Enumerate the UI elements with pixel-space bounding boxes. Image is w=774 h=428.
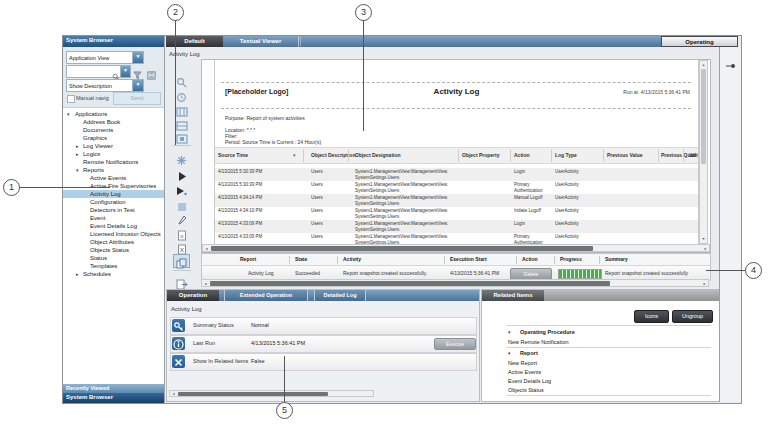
- related-item[interactable]: New Remote Notification: [508, 338, 569, 346]
- tree-item[interactable]: Object Attributes: [63, 238, 164, 246]
- search-input-field[interactable]: [68, 67, 112, 75]
- tree-item[interactable]: Templates: [63, 262, 164, 270]
- page-layout-icon-3[interactable]: [174, 130, 189, 142]
- scrollbar-thumb[interactable]: [701, 69, 706, 164]
- tree-item-reports[interactable]: ▾Reports: [63, 166, 164, 174]
- chevron-down-icon[interactable]: ▼: [132, 52, 143, 63]
- scrollbar-thumb[interactable]: [211, 246, 593, 251]
- col-action[interactable]: Action: [514, 152, 530, 158]
- expander-down-icon[interactable]: ▾: [67, 110, 70, 118]
- scrollbar-thumb[interactable]: [210, 281, 610, 286]
- related-group-operating-procedure[interactable]: Operating Procedure: [520, 328, 575, 336]
- col-log-type[interactable]: Log Type: [555, 152, 577, 158]
- exec-col-execution-start[interactable]: Execution Start: [450, 256, 487, 262]
- view-selector-dropdown[interactable]: Application View ▼: [66, 51, 144, 64]
- export-excel-icon[interactable]: [174, 241, 189, 253]
- scroll-down-icon[interactable]: ▾: [700, 236, 707, 242]
- tab-detailed-log[interactable]: Detailed Log: [314, 290, 366, 301]
- search-zoom-icon[interactable]: [174, 74, 189, 86]
- table-row[interactable]: 4/13/2015 4:34:14 PMUsers System1.Manage…: [215, 194, 698, 207]
- exec-col-activity[interactable]: Activity: [343, 256, 361, 262]
- tab-operating[interactable]: Operating: [661, 36, 738, 47]
- related-items-title-tab[interactable]: Related Items: [482, 290, 544, 301]
- tree-item-applications[interactable]: ▾Applications: [63, 110, 164, 118]
- recently-viewed-bar[interactable]: Recently Viewed: [63, 384, 164, 393]
- report-vertical-scrollbar[interactable]: ▴ ▾: [699, 60, 708, 244]
- tree-item-schedules[interactable]: ▸Schedules: [63, 270, 164, 278]
- exec-col-action[interactable]: Action: [522, 256, 538, 262]
- tree-item[interactable]: Event: [63, 214, 164, 222]
- save-icon[interactable]: [147, 66, 156, 84]
- exec-col-progress[interactable]: Progress: [560, 256, 582, 262]
- related-item[interactable]: New Report: [508, 359, 537, 367]
- expander-down-icon[interactable]: ▾: [508, 328, 511, 336]
- table-row[interactable]: 4/13/2015 5:30:39 PMUsers System1.Manage…: [215, 181, 698, 194]
- tree-item[interactable]: Address Book: [63, 118, 164, 126]
- tab-textual-viewer[interactable]: Textual Viewer: [223, 36, 299, 47]
- scroll-left-icon[interactable]: ◂: [203, 246, 210, 252]
- tree-item-log-viewer[interactable]: ▸Log Viewer: [63, 142, 164, 150]
- tree-item[interactable]: Remote Notifications: [63, 158, 164, 166]
- page-layout-icon-1[interactable]: [174, 103, 189, 115]
- table-row[interactable]: 4/13/2015 4:33:09 PMUsers System1.Manage…: [215, 233, 698, 244]
- related-item[interactable]: Event Details Log: [508, 377, 551, 385]
- tree-item[interactable]: Active Events: [63, 174, 164, 182]
- operation-horizontal-scrollbar[interactable]: ◂: [169, 390, 374, 397]
- export-icon[interactable]: [174, 276, 189, 288]
- related-item[interactable]: Active Events: [508, 368, 541, 376]
- table-row[interactable]: 4/13/2015 5:30:39 PMUsers System1.Manage…: [215, 168, 698, 181]
- icons-button[interactable]: Icons: [634, 310, 669, 323]
- page-layout-icon-2[interactable]: [174, 117, 189, 129]
- tree-item[interactable]: Graphics: [63, 134, 164, 142]
- chevron-down-icon[interactable]: ▼: [132, 80, 143, 91]
- clock-icon[interactable]: [174, 89, 189, 101]
- tree-item[interactable]: Configuration: [63, 198, 164, 206]
- snapshot-icon[interactable]: [173, 254, 190, 268]
- tree-item-activity-log-selected[interactable]: Activity Log: [63, 190, 164, 198]
- col-source-time[interactable]: Source Time: [218, 152, 248, 158]
- export-pdf-icon[interactable]: a: [174, 227, 189, 239]
- tree-item[interactable]: Detectors in Test: [63, 206, 164, 214]
- run-report-options-icon[interactable]: [174, 183, 189, 195]
- table-row[interactable]: 4/13/2015 4:33:09 PMUsers System1.Manage…: [215, 220, 698, 233]
- tab-extended-operation[interactable]: Extended Operation: [224, 290, 308, 301]
- col-previous-value[interactable]: Previous Value: [607, 152, 643, 158]
- col-value[interactable]: Val: [689, 152, 696, 158]
- ungroup-button[interactable]: Ungroup: [672, 310, 713, 323]
- execution-horizontal-scrollbar[interactable]: ◂ ▸: [201, 279, 709, 287]
- expander-right-icon[interactable]: ▸: [76, 150, 79, 158]
- description-selector-dropdown[interactable]: Show Description ▼: [66, 79, 144, 92]
- tree-item[interactable]: Status: [63, 254, 164, 262]
- tree-item[interactable]: Active Fire Supervisories: [63, 182, 164, 190]
- scroll-left-icon[interactable]: ◂: [170, 391, 177, 397]
- expander-right-icon[interactable]: ▸: [76, 270, 79, 278]
- send-button[interactable]: Send: [113, 92, 161, 105]
- related-item[interactable]: Objects Status: [508, 386, 544, 394]
- expander-down-icon[interactable]: ▾: [76, 166, 79, 174]
- tree-item[interactable]: Objects Status: [63, 246, 164, 254]
- col-object-designation[interactable]: Object Designation: [355, 152, 401, 158]
- execute-button[interactable]: Execute: [434, 338, 476, 350]
- settings-star-icon[interactable]: [174, 152, 189, 164]
- tab-operation[interactable]: Operation: [167, 290, 219, 301]
- stop-icon[interactable]: [174, 198, 189, 210]
- system-browser-footer-bar[interactable]: System Browser: [63, 393, 164, 403]
- expander-down-icon[interactable]: ▾: [508, 349, 511, 357]
- exec-col-report[interactable]: Report: [240, 256, 256, 262]
- table-row[interactable]: 4/13/2015 4:34:10 PMUsers System1.Manage…: [215, 207, 698, 220]
- scrollbar-thumb[interactable]: [178, 392, 328, 396]
- tree-item[interactable]: Licensed Intrusion Objects: [63, 230, 164, 238]
- exec-col-state[interactable]: State: [295, 256, 307, 262]
- report-horizontal-scrollbar[interactable]: ◂ ▸: [202, 244, 710, 252]
- scroll-right-icon[interactable]: ▸: [702, 246, 709, 252]
- scroll-up-icon[interactable]: ▴: [700, 62, 707, 68]
- sort-down-icon[interactable]: ▾: [293, 152, 296, 158]
- expander-right-icon[interactable]: ▸: [76, 142, 79, 150]
- manual-nav-checkbox[interactable]: [67, 95, 75, 103]
- tree-item-logics[interactable]: ▸Logics: [63, 150, 164, 158]
- exec-col-summary[interactable]: Summary: [605, 256, 628, 262]
- tree-item[interactable]: Event Details Log: [63, 222, 164, 230]
- scroll-right-icon[interactable]: ▸: [701, 281, 708, 287]
- col-object-property[interactable]: Object Property: [462, 152, 500, 158]
- tree-item[interactable]: Documents: [63, 126, 164, 134]
